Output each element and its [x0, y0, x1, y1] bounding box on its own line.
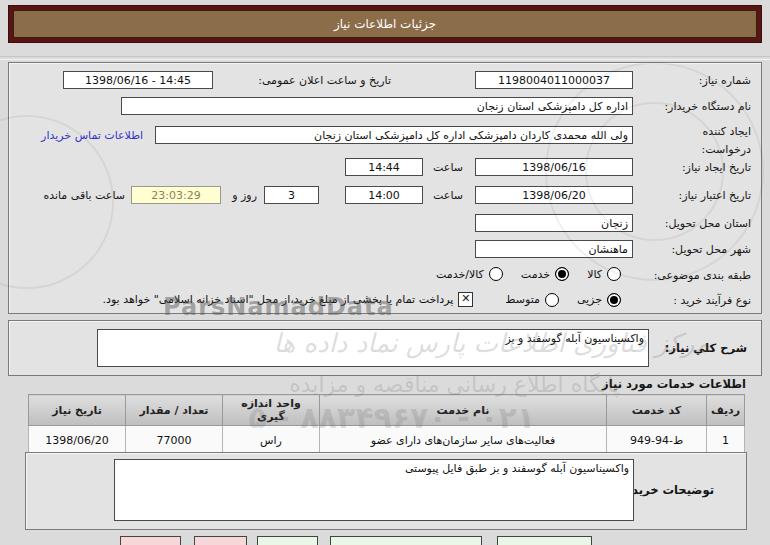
treasury-checkbox[interactable]: [458, 292, 473, 307]
buyer-notes-field[interactable]: واکسیناسیون آبله گوسفند و بز طبق فایل پی…: [114, 459, 634, 521]
col-need-date: تاریخ نیاز: [29, 395, 126, 426]
subject-class-options: کالا خدمت کالا/خدمت: [418, 267, 621, 281]
need-description-groupbox: شرح كلي نياز: واکسیناسیون آبله گوسفند و …: [8, 320, 762, 376]
subject-option-goods-service[interactable]: کالا/خدمت: [436, 267, 503, 281]
cell-quantity: 77000: [126, 426, 223, 455]
buyer-contact-link[interactable]: اطلاعات تماس خریدار: [41, 129, 143, 142]
cell-need-date: 1398/06/20: [29, 426, 126, 455]
table-row: 1 ط-94-949 فعالیت‌های سایر سازمان‌های دا…: [29, 426, 745, 455]
services-table: ردیف کد خدمت نام خدمت واحد اندازه گیری ت…: [28, 394, 745, 455]
goods-radio-label: کالا: [587, 268, 602, 281]
need-description-field[interactable]: واکسیناسیون آبله گوسفند و بز: [97, 329, 649, 367]
medium-radio-label: متوسط: [505, 293, 540, 306]
cell-service-code: ط-94-949: [607, 426, 707, 455]
province-label: استان محل تحویل:: [665, 217, 751, 230]
goods-service-radio-label: کالا/خدمت: [436, 268, 484, 281]
goods-service-radio[interactable]: [489, 267, 503, 281]
action-button-4[interactable]: [330, 536, 482, 545]
need-number-field[interactable]: 1198004011000037: [475, 71, 633, 89]
minor-radio-label: جزیی: [577, 293, 602, 306]
remaining-days-label: روز و: [232, 189, 257, 202]
cell-row-number: 1: [707, 426, 745, 455]
process-option-minor[interactable]: جزیی: [577, 293, 621, 307]
col-row-number: ردیف: [707, 395, 745, 426]
province-field[interactable]: زنجان: [475, 214, 633, 232]
city-field[interactable]: ماهنشان: [475, 240, 633, 258]
col-service-name: نام خدمت: [320, 395, 607, 426]
remaining-time-label: ساعت باقی مانده: [43, 189, 125, 202]
treasury-note: پرداخت تمام یا بخشی از مبلغ خرید،از محل …: [103, 293, 454, 306]
col-unit: واحد اندازه گیری: [223, 395, 320, 426]
process-type-options: جزیی متوسط پرداخت تمام یا بخشی از مبلغ خ…: [85, 292, 621, 307]
services-section-header: اطلاعات خدمات مورد نياز: [602, 377, 746, 391]
city-label: شهر محل تحویل:: [671, 243, 751, 256]
valid-time-label: ساعت: [433, 189, 463, 202]
services-table-header-row: ردیف کد خدمت نام خدمت واحد اندازه گیری ت…: [29, 395, 745, 426]
service-radio[interactable]: [555, 267, 569, 281]
need-description-label: شرح كلي نياز:: [665, 341, 747, 355]
created-time-field[interactable]: 14:44: [345, 158, 423, 176]
minor-radio[interactable]: [607, 293, 621, 307]
remaining-days-box: 3: [264, 186, 319, 204]
action-button-3[interactable]: [257, 536, 318, 545]
action-button-5[interactable]: [497, 536, 592, 545]
created-time-label: ساعت: [433, 161, 463, 174]
title-bar: جزئیات اطلاعات نیاز: [8, 5, 762, 43]
subject-option-goods[interactable]: کالا: [587, 267, 621, 281]
col-quantity: تعداد / مقدار: [126, 395, 223, 426]
treasury-option[interactable]: پرداخت تمام یا بخشی از مبلغ خرید،از محل …: [103, 292, 474, 307]
col-service-code: کد خدمت: [607, 395, 707, 426]
need-number-label: شماره نیاز:: [699, 74, 751, 87]
action-button-1[interactable]: [120, 536, 181, 545]
subject-option-service[interactable]: خدمت: [521, 267, 569, 281]
buyer-org-field[interactable]: اداره کل دامپزشکی استان زنجان: [121, 97, 633, 115]
valid-date-field[interactable]: 1398/06/20: [475, 186, 633, 204]
subject-class-label: طبقه بندی موضوعی:: [654, 269, 751, 282]
created-date-label: تاریخ ایجاد نیاز:: [682, 161, 751, 174]
public-announce-field[interactable]: 1398/06/16 - 14:45: [63, 71, 213, 89]
goods-radio[interactable]: [607, 267, 621, 281]
valid-date-label: تاریخ اعتبار نیاز:: [678, 189, 751, 202]
request-creator-label: ایجاد کننده درخواست:: [666, 123, 751, 158]
buyer-org-label: نام دستگاه خریدار:: [664, 100, 751, 113]
request-creator-field[interactable]: ولی الله محمدی کاردان دامپزشکی اداره کل …: [155, 126, 633, 144]
service-radio-label: خدمت: [521, 268, 550, 281]
process-type-label: نوع فرآیند خرید :: [673, 294, 751, 307]
divider: [0, 56, 770, 60]
page-title: جزئیات اطلاعات نیاز: [13, 10, 757, 38]
remaining-time-box: 23:03:29: [131, 186, 221, 204]
public-announce-label: تاریخ و ساعت اعلان عمومی:: [258, 74, 391, 87]
buyer-notes-groupbox: توضيحات خريدار: واکسیناسیون آبله گوسفند …: [25, 452, 747, 530]
created-date-field[interactable]: 1398/06/16: [475, 158, 633, 176]
medium-radio[interactable]: [545, 293, 559, 307]
valid-time-field[interactable]: 14:00: [345, 186, 423, 204]
cell-unit: راس: [223, 426, 320, 455]
action-button-2[interactable]: [194, 536, 247, 545]
process-option-medium[interactable]: متوسط: [505, 293, 559, 307]
need-info-groupbox: شماره نیاز: 1198004011000037 تاریخ و ساع…: [8, 62, 762, 314]
cell-service-name: فعالیت‌های سایر سازمان‌های دارای عضو: [320, 426, 607, 455]
